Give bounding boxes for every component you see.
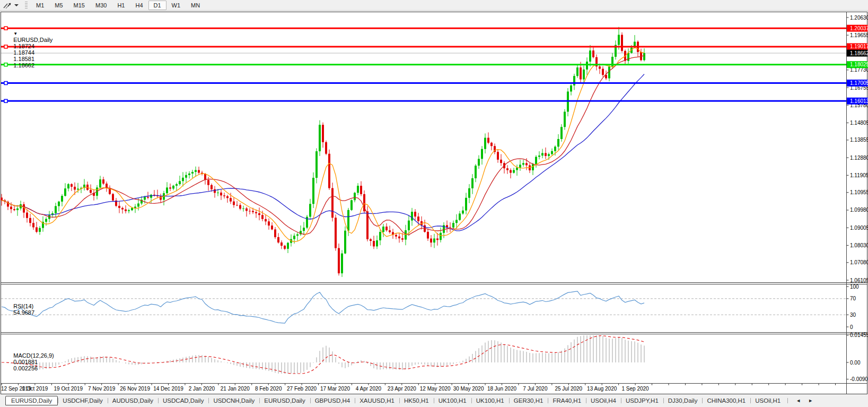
tab-scroll-controls: ◄► (787, 398, 817, 403)
chart-tab-eurusd-daily[interactable]: EURUSD,Daily (5, 396, 58, 405)
svg-text:21 Jan 2020: 21 Jan 2020 (221, 386, 250, 392)
timeframe-m5[interactable]: M5 (49, 1, 68, 10)
timeframe-button-group: M1M5M15M30H1H4D1W1MN (31, 0, 205, 11)
svg-text:70: 70 (850, 296, 856, 301)
timeframe-w1[interactable]: W1 (166, 1, 186, 10)
svg-text:7 Jul 2020: 7 Jul 2020 (523, 386, 548, 392)
price-level-badge: 1.19017 (847, 43, 868, 50)
chart-tab-uk100-h1[interactable]: UK100,H1 (471, 396, 509, 405)
tab-spacer (0, 396, 5, 405)
timeframe-h1[interactable]: H1 (112, 1, 130, 10)
svg-text:1.08030: 1.08030 (850, 243, 868, 248)
ohlc-open: 1.18724 (13, 43, 34, 49)
svg-text:1.17005: 1.17005 (850, 80, 868, 86)
svg-text:17 Mar 2020: 17 Mar 2020 (320, 386, 350, 392)
svg-text:1.13855: 1.13855 (850, 137, 868, 143)
current-price-badge: 1.18662 (847, 50, 868, 57)
svg-text:1.09980: 1.09980 (850, 207, 868, 213)
chart-tab-usdcad-daily[interactable]: USDCAD,Daily (158, 396, 208, 405)
svg-text:8 Feb 2020: 8 Feb 2020 (255, 386, 282, 392)
chart-canvas[interactable]: 12 Sep 20191 Oct 201919 Oct 20197 Nov 20… (0, 11, 868, 394)
tab-scroll-left-icon[interactable]: ◄ (792, 398, 804, 403)
macd-main-value: 0.001881 (13, 359, 38, 365)
chart-tab-gbpusd-h4[interactable]: GBPUSD,H4 (310, 396, 355, 405)
chart-tab-hk50-h1[interactable]: HK50,H1 (399, 396, 434, 405)
svg-text:1.09005: 1.09005 (850, 225, 868, 231)
svg-text:1.10955: 1.10955 (850, 189, 868, 195)
chart-tab-dj30-daily[interactable]: DJ30,Daily (663, 396, 703, 405)
svg-text:19 Oct 2019: 19 Oct 2019 (54, 386, 83, 392)
svg-text:7 Nov 2019: 7 Nov 2019 (88, 386, 116, 392)
chart-tab-china300-h1[interactable]: CHINA300,H1 (702, 396, 750, 405)
svg-text:100: 100 (850, 284, 859, 290)
timeframe-d1[interactable]: D1 (148, 1, 166, 10)
chart-tab-ger30-h1[interactable]: GER30,H1 (509, 396, 548, 405)
svg-text:23 Apr 2020: 23 Apr 2020 (388, 386, 416, 392)
timeframe-m15[interactable]: M15 (68, 1, 90, 10)
rsi-value: 54.9687 (13, 309, 34, 316)
chart-tab-usdcnh-daily[interactable]: USDCNH,Daily (208, 396, 259, 405)
price-level-badge: 1.20037 (847, 25, 868, 32)
chart-tab-uk100-h1[interactable]: UK100,H1 (434, 396, 471, 405)
ohlc-close: 1.18662 (13, 62, 34, 68)
chart-tab-usoil-h1[interactable]: USOil,H1 (750, 396, 785, 405)
svg-text:27 Feb 2020: 27 Feb 2020 (287, 386, 317, 392)
svg-text:1.16013: 1.16013 (850, 98, 868, 104)
timeframe-m30[interactable]: M30 (90, 1, 112, 10)
svg-text:1.07080: 1.07080 (850, 259, 868, 265)
svg-text:2 Jan 2020: 2 Jan 2020 (189, 386, 215, 392)
price-level-badge: 1.16013 (847, 98, 868, 105)
chart-tab-usoil-h4[interactable]: USOil,H4 (586, 396, 621, 405)
collapse-icon[interactable]: ▼ (13, 31, 17, 36)
timeframe-mn[interactable]: MN (186, 1, 205, 10)
macd-signal-value: 0.002256 (13, 365, 38, 371)
toolbar: M1M5M15M30H1H4D1W1MN (0, 0, 868, 11)
svg-text:0.014556: 0.014556 (850, 332, 868, 338)
dropdown-caret-icon[interactable] (14, 4, 19, 6)
ohlc-low: 1.18581 (13, 56, 34, 62)
chart-header: ▼ EURUSD,Daily 1.18724 1.18744 1.18581 1… (4, 24, 55, 75)
chart-tab-usdchf-daily[interactable]: USDCHF,Daily (58, 396, 107, 405)
svg-text:26 Nov 2019: 26 Nov 2019 (120, 386, 150, 392)
svg-text:14 Dec 2019: 14 Dec 2019 (153, 386, 183, 392)
svg-text:1.19655: 1.19655 (850, 32, 868, 38)
chart-frame (1, 12, 867, 394)
svg-text:1.19017: 1.19017 (850, 44, 868, 49)
svg-text:0.00: 0.00 (850, 360, 861, 366)
timeframe-m1[interactable]: M1 (31, 1, 49, 10)
svg-text:1.14805: 1.14805 (850, 120, 868, 126)
svg-text:30: 30 (850, 312, 856, 318)
svg-text:-0.00900: -0.00900 (850, 376, 868, 382)
rsi-name: RSI(14) (13, 303, 33, 309)
chart-tab-audusd-daily[interactable]: AUDUSD,Daily (108, 396, 158, 405)
svg-text:1.18662: 1.18662 (850, 50, 868, 56)
chart-tab-fra40-h1[interactable]: FRA40,H1 (548, 396, 586, 405)
chart-tab-eurusd-daily[interactable]: EURUSD,Daily (259, 396, 310, 405)
svg-text:30 May 2020: 30 May 2020 (453, 386, 484, 392)
svg-text:1.18025: 1.18025 (850, 62, 868, 67)
macd-name: MACD(12,26,9) (13, 352, 54, 359)
svg-text:1.06105: 1.06105 (850, 278, 868, 283)
svg-text:12 May 2020: 12 May 2020 (420, 386, 451, 392)
chart-tab-usdjpy-h1[interactable]: USDJPY,H1 (621, 396, 663, 405)
tab-scroll-right-icon[interactable]: ► (804, 398, 817, 403)
toolbar-drag-handle[interactable] (25, 2, 28, 9)
price-level-badge: 1.17005 (847, 80, 868, 86)
ohlc-high: 1.18744 (13, 49, 34, 56)
timeframe-h4[interactable]: H4 (130, 1, 148, 10)
rsi-indicator-label: RSI(14) 54.9687 (4, 297, 37, 322)
svg-text:25 Jul 2020: 25 Jul 2020 (555, 386, 582, 392)
svg-text:18 Jun 2020: 18 Jun 2020 (487, 386, 516, 392)
svg-text:4 Apr 2020: 4 Apr 2020 (356, 386, 382, 392)
svg-text:1 Sep 2020: 1 Sep 2020 (622, 386, 650, 392)
svg-text:1.11905: 1.11905 (850, 172, 868, 178)
svg-text:1.20037: 1.20037 (850, 25, 868, 31)
chart-tab-xauusd-h1[interactable]: XAUUSD,H1 (355, 396, 399, 405)
svg-text:1.12880: 1.12880 (850, 155, 868, 161)
svg-text:1 Oct 2019: 1 Oct 2019 (22, 386, 48, 392)
price-level-badge: 1.18025 (847, 61, 868, 68)
trading-terminal-window: M1M5M15M30H1H4D1W1MN 12 Sep 20191 Oct 20… (0, 0, 868, 407)
chart-window: 12 Sep 20191 Oct 201919 Oct 20197 Nov 20… (0, 11, 868, 394)
charts-tool-button[interactable] (1, 1, 21, 10)
svg-text:0: 0 (850, 324, 853, 330)
